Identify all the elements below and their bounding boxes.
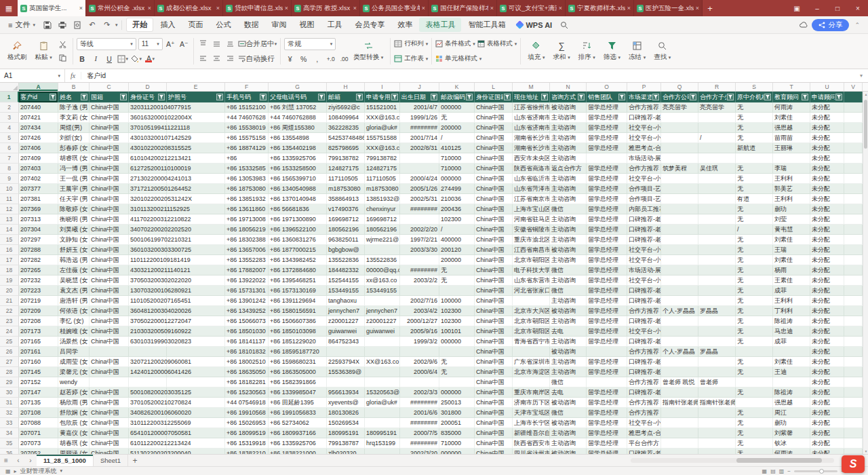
cell[interactable]: 曾老师 凯悦 <box>661 377 698 387</box>
cell[interactable]: China中国 <box>90 184 129 194</box>
cell[interactable]: gloria@uk# <box>365 398 400 408</box>
cell[interactable]: 000000 <box>439 102 475 113</box>
cell[interactable] <box>698 143 736 153</box>
cell[interactable]: 无 <box>439 113 475 123</box>
cell[interactable]: 410125 <box>439 143 475 153</box>
cell[interactable]: ######## <box>400 123 439 133</box>
cell[interactable]: +86 1360831276 <box>269 235 327 245</box>
cell[interactable]: 630103199903020823 <box>129 337 167 347</box>
column-header-D[interactable]: D <box>129 83 167 91</box>
filter-dropdown-button[interactable] <box>690 94 696 100</box>
cell[interactable]: 未分配 <box>810 184 844 194</box>
cell[interactable]: 口碑推荐-老 <box>627 225 661 235</box>
cell[interactable]: xyevents@ <box>327 398 365 408</box>
cell[interactable]: 主动咨询 <box>550 367 587 377</box>
row-number[interactable]: 22 <box>0 306 19 316</box>
cell[interactable]: zlh020320 <box>327 449 365 454</box>
filter-dropdown-button[interactable] <box>652 94 659 100</box>
header-cell[interactable]: 申请专用邮箱 <box>365 92 400 102</box>
cell[interactable] <box>698 367 736 377</box>
cell[interactable]: 唐浩轩 (男 <box>58 296 90 306</box>
cell[interactable]: 200051 <box>439 418 475 428</box>
cell[interactable]: China中国 <box>475 408 513 418</box>
wps-ai-button[interactable]: WPS AI <box>513 21 556 29</box>
cell[interactable]: China中国 <box>90 449 129 454</box>
cell[interactable]: 200120 <box>439 245 475 255</box>
cell[interactable]: 430102200208315525 <box>129 143 167 153</box>
cell[interactable]: 成菲 <box>773 286 810 296</box>
cell[interactable]: ######## <box>400 398 439 408</box>
cell[interactable]: / <box>439 225 475 235</box>
cell[interactable]: 未分配 <box>810 143 844 153</box>
font-name-select[interactable]: 等线▾ <box>77 38 136 50</box>
cell[interactable] <box>844 143 863 153</box>
cell[interactable] <box>513 377 550 387</box>
cell[interactable] <box>513 347 550 357</box>
cell[interactable]: 何雨涛 <box>773 449 810 454</box>
cell[interactable]: China中国 <box>475 316 513 326</box>
minimize-icon[interactable]: – <box>807 0 827 16</box>
cell[interactable]: 被动咨询 <box>550 418 587 428</box>
cell[interactable]: 未分配 <box>810 265 844 276</box>
cell[interactable]: 留学总经理 <box>587 214 627 225</box>
cell[interactable]: 654101200007050581 <box>129 428 167 438</box>
cell[interactable] <box>661 235 698 245</box>
cell[interactable]: 社交平台-小 <box>627 326 661 337</box>
cell[interactable]: 207052 <box>19 449 58 454</box>
cell[interactable]: +86 13053983 <box>225 174 269 184</box>
cell[interactable] <box>844 408 863 418</box>
cell[interactable]: China中国 <box>90 428 129 438</box>
cell[interactable]: 口碑推荐-老 <box>627 337 661 347</box>
cell[interactable]: 微信 <box>550 204 587 214</box>
cell[interactable]: China中国 <box>475 113 513 123</box>
cell[interactable]: 主动咨询 <box>550 337 587 347</box>
menu-tab-开始[interactable]: 开始 <box>126 18 153 32</box>
row-number[interactable]: 35 <box>0 438 19 449</box>
cell[interactable]: 指南针张老师 <box>698 398 736 408</box>
cell[interactable] <box>844 387 863 398</box>
cell[interactable]: 未分配 <box>810 214 844 225</box>
cell[interactable]: 何雨涛 <box>773 102 810 113</box>
cell[interactable]: 被动咨询 <box>550 102 587 113</box>
cell[interactable]: 微信 <box>550 265 587 276</box>
cell[interactable] <box>844 194 863 204</box>
cell[interactable] <box>844 184 863 194</box>
cell[interactable] <box>736 347 773 357</box>
cell[interactable]: 口碑推荐-老 <box>627 357 661 367</box>
close-tab-icon[interactable]: × <box>148 5 151 12</box>
worksheet-button[interactable]: 工作表▾ <box>394 52 428 65</box>
cell[interactable]: +86 19713008 <box>225 214 269 225</box>
cut-button[interactable] <box>57 39 69 50</box>
page-break-view-icon[interactable]: ▥ <box>779 468 785 474</box>
cell[interactable]: +86 1343982452 <box>269 255 327 265</box>
cell[interactable] <box>698 276 736 286</box>
cell[interactable]: 未分配 <box>810 204 844 214</box>
cell[interactable] <box>400 153 439 164</box>
cell[interactable]: 250013 <box>439 398 475 408</box>
header-cell[interactable]: 身份证国籍 <box>475 92 513 102</box>
cell[interactable]: +86 15575158 <box>225 133 269 143</box>
cell[interactable]: 湖南省长沙市 <box>513 133 550 143</box>
cell[interactable]: 825798695 <box>327 143 365 153</box>
cell[interactable]: +86 13611860 <box>225 204 269 214</box>
cell[interactable] <box>90 347 129 357</box>
cell[interactable]: 207232 <box>19 276 58 286</box>
close-tab-icon[interactable]: × <box>559 5 562 12</box>
cell[interactable]: 无 <box>736 133 773 143</box>
cell[interactable] <box>844 418 863 428</box>
cell[interactable]: China中国 <box>90 255 129 265</box>
cell[interactable]: 207209 <box>19 306 58 316</box>
header-cell[interactable]: 出生日期 <box>400 92 439 102</box>
cell[interactable]: 留学总经理 <box>587 428 627 438</box>
column-header-G[interactable]: G <box>269 83 327 91</box>
cell[interactable]: 207409 <box>19 153 58 164</box>
cell[interactable]: 2000/7/5 <box>400 428 439 438</box>
cell[interactable]: 未分配 <box>810 164 844 174</box>
cell[interactable]: +86 17882007 <box>225 265 269 276</box>
cell[interactable]: +86 13657006 <box>225 245 269 255</box>
cell[interactable]: 刘昊曦 (女 <box>58 225 90 235</box>
cell[interactable]: +86 15230563 <box>225 387 269 398</box>
menu-tab-插入[interactable]: 插入 <box>154 18 181 32</box>
cell[interactable]: 未分配 <box>810 153 844 164</box>
cell[interactable]: 207208 <box>19 316 58 326</box>
